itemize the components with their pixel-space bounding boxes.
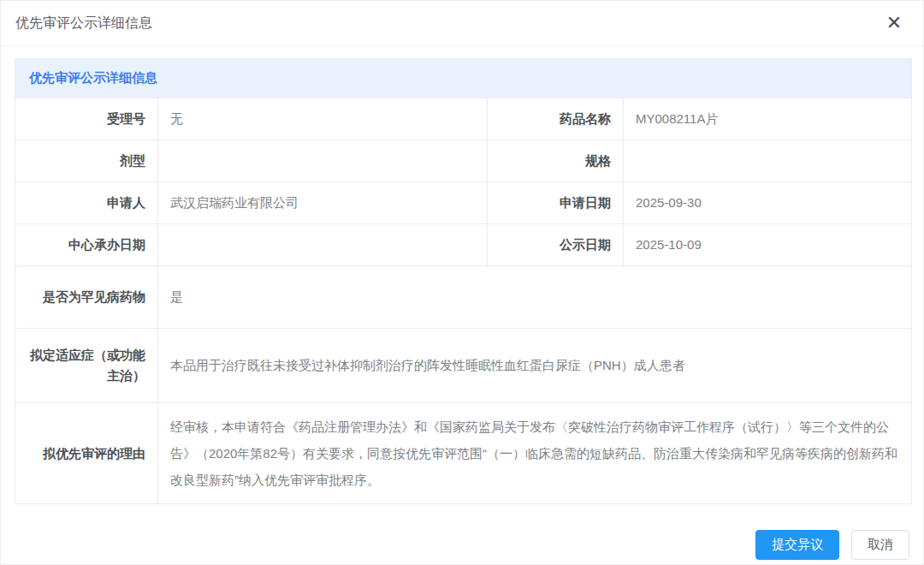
- table-row: 拟定适应症（或功能主治） 本品用于治疗既往未接受过补体抑制剂治疗的阵发性睡眠性血…: [15, 329, 912, 403]
- field-value-drug-name: MY008211A片: [624, 98, 912, 140]
- submit-objection-button[interactable]: 提交异议: [755, 530, 839, 560]
- field-label-drug-name: 药品名称: [488, 98, 624, 140]
- field-label-center-accept-date: 中心承办日期: [15, 224, 158, 266]
- detail-table: 优先审评公示详细信息 受理号 无 药品名称 MY008211A片 剂型 规格 申…: [15, 58, 912, 504]
- table-row: 申请人 武汉启瑞药业有限公司 申请日期 2025-09-30: [15, 182, 912, 224]
- field-value-specification: [624, 140, 912, 182]
- table-row: 剂型 规格: [15, 140, 912, 182]
- modal-footer: 提交异议 取消: [1, 530, 923, 565]
- table-caption: 优先审评公示详细信息: [15, 59, 912, 98]
- field-value-publicity-date: 2025-10-09: [624, 224, 912, 266]
- field-label-specification: 规格: [488, 140, 624, 182]
- priority-review-detail-modal: 优先审评公示详细信息 ✕ 优先审评公示详细信息 受理号 无 药品名称 MY008…: [0, 0, 924, 565]
- field-label-indication: 拟定适应症（或功能主治）: [15, 329, 158, 403]
- field-value-rare-disease: 是: [158, 266, 912, 329]
- table-row: 拟优先审评的理由 经审核，本申请符合《药品注册管理办法》和《国家药监局关于发布〈…: [15, 403, 912, 504]
- modal-body: 优先审评公示详细信息 受理号 无 药品名称 MY008211A片 剂型 规格 申…: [1, 46, 923, 504]
- field-value-center-accept-date: [158, 224, 488, 266]
- field-label-applicant: 申请人: [15, 182, 158, 224]
- field-label-dosage-form: 剂型: [15, 140, 158, 182]
- close-icon[interactable]: ✕: [882, 11, 906, 35]
- table-row: 是否为罕见病药物 是: [15, 266, 912, 329]
- field-value-indication: 本品用于治疗既往未接受过补体抑制剂治疗的阵发性睡眠性血红蛋白尿症（PNH）成人患…: [158, 329, 912, 403]
- modal-header: 优先审评公示详细信息 ✕: [1, 1, 923, 46]
- cancel-button[interactable]: 取消: [851, 530, 909, 560]
- field-label-acceptance-no: 受理号: [15, 98, 158, 140]
- field-label-apply-date: 申请日期: [488, 182, 624, 224]
- field-value-acceptance-no: 无: [158, 98, 488, 140]
- modal-title: 优先审评公示详细信息: [15, 15, 152, 33]
- field-value-priority-reason: 经审核，本申请符合《药品注册管理办法》和《国家药监局关于发布〈突破性治疗药物审评…: [158, 403, 912, 504]
- field-value-apply-date: 2025-09-30: [624, 182, 912, 224]
- field-label-publicity-date: 公示日期: [488, 224, 624, 266]
- field-label-priority-reason: 拟优先审评的理由: [15, 403, 158, 504]
- table-row: 中心承办日期 公示日期 2025-10-09: [15, 224, 912, 266]
- field-label-rare-disease: 是否为罕见病药物: [15, 266, 158, 329]
- field-value-dosage-form: [158, 140, 488, 182]
- table-caption-row: 优先审评公示详细信息: [15, 59, 912, 98]
- field-value-applicant: 武汉启瑞药业有限公司: [158, 182, 488, 224]
- table-row: 受理号 无 药品名称 MY008211A片: [15, 98, 912, 140]
